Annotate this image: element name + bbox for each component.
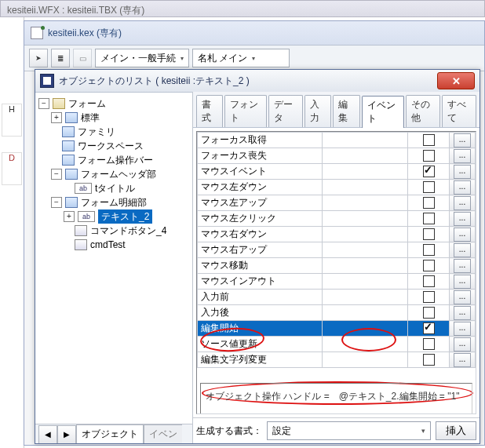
expand-icon[interactable]: + xyxy=(51,112,62,123)
property-checkbox-cell[interactable] xyxy=(408,321,450,337)
checkbox[interactable] xyxy=(423,307,435,319)
property-row[interactable]: マウス移動... xyxy=(198,258,476,274)
tree-node-detail[interactable]: −フォーム明細部 xyxy=(51,195,189,209)
ellipsis-button[interactable]: ... xyxy=(454,243,471,257)
property-value[interactable] xyxy=(323,305,408,321)
tab-data[interactable]: データ xyxy=(268,95,303,127)
tree-node[interactable]: abtタイトル xyxy=(64,181,189,195)
property-value[interactable] xyxy=(323,164,408,180)
property-row[interactable]: マウス右アップ... xyxy=(198,242,476,258)
property-row[interactable]: マウス左アップ... xyxy=(198,195,476,211)
ellipsis-button[interactable]: ... xyxy=(454,290,471,304)
ellipsis-button[interactable]: ... xyxy=(454,228,471,242)
close-button[interactable]: ✕ xyxy=(437,72,475,89)
ellipsis-button[interactable]: ... xyxy=(454,149,471,163)
tab-input[interactable]: 入力 xyxy=(304,95,331,127)
checkbox[interactable] xyxy=(423,134,435,146)
tree-node[interactable]: ワークスペース xyxy=(51,139,189,153)
property-row[interactable]: マウスイベント... xyxy=(198,164,476,180)
tab-event[interactable]: イベント xyxy=(362,96,404,128)
property-row[interactable]: 編集文字列変更... xyxy=(198,352,476,368)
property-checkbox-cell[interactable] xyxy=(408,258,450,274)
collapse-icon[interactable]: − xyxy=(51,197,62,208)
checkbox[interactable] xyxy=(423,166,435,177)
tree-node-header[interactable]: −フォームヘッダ部 xyxy=(51,167,189,181)
property-value[interactable] xyxy=(323,258,408,274)
ellipsis-button[interactable]: ... xyxy=(454,337,471,351)
checkbox[interactable] xyxy=(423,354,435,366)
property-row[interactable]: フォーカス喪失... xyxy=(198,148,476,164)
property-row[interactable]: 編集開始... xyxy=(198,321,476,337)
tree-node[interactable]: コマンドボタン_4 xyxy=(64,224,189,238)
property-value[interactable] xyxy=(323,227,408,242)
property-checkbox-cell[interactable] xyxy=(408,133,450,148)
label-dropdown[interactable]: 名札 メイン ▾ xyxy=(192,49,290,67)
property-checkbox-cell[interactable] xyxy=(408,305,450,321)
checkbox[interactable] xyxy=(423,275,435,287)
toolbar-button-1[interactable]: ➤ xyxy=(29,49,48,67)
property-value[interactable] xyxy=(323,242,408,258)
property-row[interactable]: 入力前... xyxy=(198,290,476,305)
property-checkbox-cell[interactable] xyxy=(408,211,450,227)
property-checkbox-cell[interactable] xyxy=(408,337,450,352)
ellipsis-button[interactable]: ... xyxy=(454,196,471,210)
tree-node-form[interactable]: − フォーム xyxy=(38,97,189,111)
property-value[interactable] xyxy=(323,352,408,368)
ellipsis-button[interactable]: ... xyxy=(454,180,471,195)
checkbox[interactable] xyxy=(423,322,435,334)
property-checkbox-cell[interactable] xyxy=(408,164,450,180)
toolbar-button-2[interactable]: ≣ xyxy=(51,49,70,67)
property-checkbox-cell[interactable] xyxy=(408,290,450,305)
ellipsis-button[interactable]: ... xyxy=(454,165,471,179)
tree-node[interactable]: cmdTest xyxy=(64,238,189,252)
property-row[interactable]: マウス左クリック... xyxy=(198,211,476,227)
object-tree[interactable]: − フォーム +標準 ファミリ ワークスペース フォーム操作バー −フォームヘッ… xyxy=(35,92,192,424)
ellipsis-button[interactable]: ... xyxy=(454,212,471,226)
property-grid[interactable]: フォーカス取得...フォーカス喪失...マウスイベント...マウス左ダウン...… xyxy=(197,132,476,368)
property-value[interactable] xyxy=(323,148,408,164)
tab-edit[interactable]: 編集 xyxy=(333,95,359,127)
property-value[interactable] xyxy=(323,290,408,305)
ellipsis-button[interactable]: ... xyxy=(454,275,471,289)
property-row[interactable]: ソース値更新... xyxy=(198,337,476,352)
tree-node[interactable]: +標準 xyxy=(51,111,189,125)
checkbox[interactable] xyxy=(423,197,435,209)
property-checkbox-cell[interactable] xyxy=(408,180,450,195)
dialog-titlebar[interactable]: オブジェクトのリスト ( kesiteii :テキスト_2 ) ✕ xyxy=(35,70,480,93)
proc-dropdown[interactable]: メイン・一般手続 ▾ xyxy=(95,49,189,67)
checkbox[interactable] xyxy=(423,213,435,224)
generate-combo[interactable]: 設定 ▾ xyxy=(267,421,431,440)
property-value[interactable] xyxy=(323,211,408,227)
property-checkbox-cell[interactable] xyxy=(408,227,450,242)
ellipsis-button[interactable]: ... xyxy=(454,322,471,336)
checkbox[interactable] xyxy=(423,338,435,350)
property-row[interactable]: マウス左ダウン... xyxy=(198,180,476,195)
tree-node[interactable]: フォーム操作バー xyxy=(51,153,189,167)
property-row[interactable]: マウス右ダウン... xyxy=(198,227,476,242)
checkbox[interactable] xyxy=(423,260,435,271)
property-value[interactable] xyxy=(323,337,408,352)
property-value[interactable] xyxy=(323,321,408,337)
checkbox[interactable] xyxy=(423,181,435,193)
property-value[interactable] xyxy=(323,133,408,148)
ellipsis-button[interactable]: ... xyxy=(454,133,471,148)
property-value[interactable] xyxy=(323,274,408,290)
property-value[interactable] xyxy=(323,180,408,195)
collapse-icon[interactable]: − xyxy=(38,98,49,109)
property-checkbox-cell[interactable] xyxy=(408,242,450,258)
property-checkbox-cell[interactable] xyxy=(408,352,450,368)
property-checkbox-cell[interactable] xyxy=(408,148,450,164)
tree-tab-event[interactable]: イベン xyxy=(144,424,182,443)
tree-node[interactable]: ファミリ xyxy=(51,125,189,139)
tab-all[interactable]: すべて xyxy=(442,95,476,127)
tree-node-selected[interactable]: +abテキスト_2 xyxy=(64,209,189,224)
checkbox[interactable] xyxy=(423,228,435,240)
checkbox[interactable] xyxy=(423,244,435,256)
tab-format[interactable]: 書式 xyxy=(196,95,223,127)
ellipsis-button[interactable]: ... xyxy=(454,353,471,367)
property-value[interactable] xyxy=(323,195,408,211)
tab-font[interactable]: フォント xyxy=(224,95,267,127)
tree-tab-object[interactable]: オブジェクト xyxy=(76,424,144,443)
ellipsis-button[interactable]: ... xyxy=(454,259,471,273)
collapse-icon[interactable]: − xyxy=(51,169,62,180)
